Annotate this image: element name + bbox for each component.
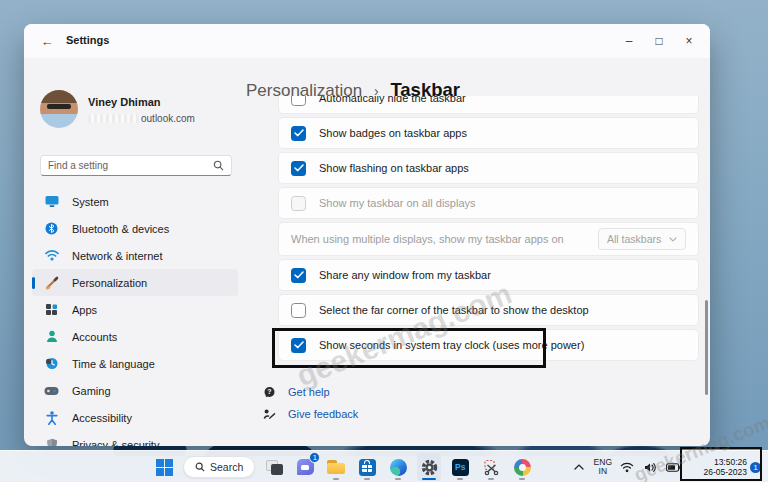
notification-badge[interactable]: 1	[750, 462, 761, 473]
bluetooth-icon	[44, 221, 59, 236]
battery-icon[interactable]	[665, 459, 681, 475]
sidebar-item-system[interactable]: System	[32, 188, 238, 215]
paint-icon	[514, 459, 531, 476]
setting-label: Select the far corner of the taskbar to …	[319, 304, 589, 316]
snipping-tool-icon	[483, 459, 500, 476]
sidebar-item-privacy-security[interactable]: Privacy & security	[32, 431, 238, 446]
setting-label: When using multiple displays, show my ta…	[291, 233, 564, 245]
personalization-icon	[44, 275, 59, 290]
setting-row-far-corner[interactable]: Select the far corner of the taskbar to …	[278, 294, 699, 326]
sidebar-item-gaming[interactable]: Gaming	[32, 377, 238, 404]
sidebar-item-label: System	[72, 196, 109, 208]
link-label: Get help	[288, 386, 330, 398]
volume-icon[interactable]	[642, 459, 658, 475]
photoshop-button[interactable]: Ps	[448, 453, 472, 481]
sidebar-item-time-language[interactable]: Time & language	[32, 350, 238, 377]
wifi-icon	[44, 248, 59, 263]
avatar[interactable]	[40, 90, 78, 128]
close-button[interactable]: ×	[674, 24, 704, 58]
sidebar: Viney Dhiman outlook.com System Bluetoot…	[24, 58, 246, 446]
minimize-button[interactable]: –	[614, 24, 644, 58]
setting-label: Show flashing on taskbar apps	[319, 162, 469, 174]
accounts-icon	[44, 329, 59, 344]
sidebar-item-accessibility[interactable]: Accessibility	[32, 404, 238, 431]
task-view-icon	[266, 460, 283, 475]
setting-row-multiple-displays: When using multiple displays, show my ta…	[278, 222, 699, 256]
search-input[interactable]	[48, 160, 213, 171]
photoshop-icon: Ps	[452, 459, 469, 476]
gear-icon	[420, 458, 439, 477]
help-icon: ?	[262, 385, 276, 399]
setting-label: Share any window from my taskbar	[319, 269, 491, 281]
maximize-button[interactable]: □	[644, 24, 674, 58]
running-indicator	[519, 478, 525, 481]
checkbox-unchecked[interactable]	[291, 96, 306, 106]
sidebar-item-label: Privacy & security	[72, 439, 159, 447]
tray-clock[interactable]: 13:50:26 26-05-2023 1	[688, 453, 764, 482]
task-view-button[interactable]	[262, 453, 286, 481]
checkbox-disabled	[291, 196, 306, 211]
wifi-tray-icon[interactable]	[619, 459, 635, 475]
window-title: Settings	[66, 34, 109, 46]
snipping-tool-button[interactable]	[479, 453, 503, 481]
start-button[interactable]	[152, 453, 176, 481]
taskbar-search[interactable]: Search	[183, 456, 255, 478]
sidebar-item-bluetooth-devices[interactable]: Bluetooth & devices	[32, 215, 238, 242]
running-indicator	[333, 478, 339, 481]
give-feedback-link[interactable]: Give feedback	[262, 403, 358, 425]
edge-icon	[390, 459, 407, 476]
setting-row-auto-hide[interactable]: Automatically hide the taskbar	[278, 96, 699, 114]
setting-row-show-seconds[interactable]: Show seconds in system tray clock (uses …	[278, 329, 699, 361]
file-explorer-button[interactable]	[324, 453, 348, 481]
checkbox-checked[interactable]	[291, 268, 306, 283]
running-indicator	[395, 478, 401, 481]
sidebar-item-label: Accounts	[72, 331, 117, 343]
checkbox-checked[interactable]	[291, 161, 306, 176]
sidebar-item-label: Network & internet	[72, 250, 162, 262]
language-indicator[interactable]: ENG IN	[594, 458, 612, 476]
running-indicator	[488, 478, 494, 481]
email-redaction	[88, 114, 140, 123]
chat-button[interactable]: 1	[293, 453, 317, 481]
user-email-visible: outlook.com	[141, 113, 195, 124]
shield-icon	[44, 437, 59, 446]
sidebar-item-accounts[interactable]: Accounts	[32, 323, 238, 350]
paint-button[interactable]	[510, 453, 534, 481]
back-button[interactable]: ←	[38, 32, 56, 50]
edge-button[interactable]	[386, 453, 410, 481]
setting-row-show-flashing[interactable]: Show flashing on taskbar apps	[278, 152, 699, 184]
setting-row-all-displays: Show my taskbar on all displays	[278, 187, 699, 219]
taskbar-search-label: Search	[210, 461, 243, 473]
microsoft-store-button[interactable]	[355, 453, 379, 481]
back-arrow-icon: ←	[41, 34, 54, 49]
checkbox-checked[interactable]	[291, 338, 306, 353]
apps-icon	[44, 302, 59, 317]
user-email: outlook.com	[88, 113, 195, 124]
sidebar-item-personalization[interactable]: Personalization	[32, 269, 238, 296]
running-indicator	[364, 478, 370, 481]
sidebar-item-label: Bluetooth & devices	[72, 223, 169, 235]
titlebar: ← Settings – □ ×	[24, 24, 710, 58]
search-icon	[195, 462, 205, 472]
get-help-link[interactable]: ? Get help	[262, 381, 358, 403]
settings-search	[40, 155, 232, 176]
time-language-icon	[44, 356, 59, 371]
running-indicator	[457, 478, 463, 481]
checkbox-checked[interactable]	[291, 126, 306, 141]
tray-chevron-up-icon[interactable]	[571, 459, 587, 475]
setting-row-show-badges[interactable]: Show badges on taskbar apps	[278, 117, 699, 149]
taskbar: Search 1	[0, 450, 768, 482]
system-icon	[44, 194, 59, 209]
window-controls: – □ ×	[614, 24, 704, 58]
setting-row-share-window[interactable]: Share any window from my taskbar	[278, 259, 699, 291]
sidebar-item-network-internet[interactable]: Network & internet	[32, 242, 238, 269]
scrollbar-thumb[interactable]	[705, 300, 708, 395]
checkbox-unchecked[interactable]	[291, 303, 306, 318]
sidebar-item-label: Apps	[72, 304, 97, 316]
settings-button[interactable]	[417, 453, 441, 481]
desktop-background: ← Settings – □ × Viney Dhiman outlook.co…	[0, 0, 768, 482]
windows-logo-icon	[156, 459, 173, 476]
sidebar-item-apps[interactable]: Apps	[32, 296, 238, 323]
sidebar-item-label: Gaming	[72, 385, 111, 397]
chevron-down-icon	[669, 237, 677, 242]
